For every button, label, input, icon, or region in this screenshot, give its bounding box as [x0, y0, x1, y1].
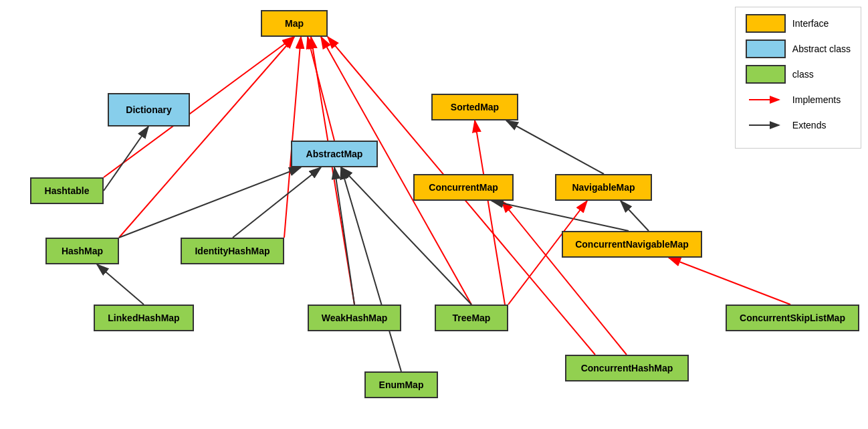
- svg-line-4: [284, 37, 301, 238]
- svg-line-17: [492, 201, 629, 231]
- legend-implements-arrow: [746, 90, 786, 109]
- legend-implements-label: Implements: [792, 94, 841, 105]
- legend-abstract-box: [746, 39, 786, 58]
- legend: Interface Abstract class class I: [735, 7, 861, 149]
- legend-interface-box: [746, 14, 786, 33]
- node-concurrent-map: ConcurrentMap: [413, 174, 514, 201]
- svg-line-10: [104, 126, 148, 191]
- svg-line-6: [311, 37, 354, 305]
- svg-line-11: [97, 264, 144, 305]
- legend-implements: Implements: [746, 90, 851, 109]
- svg-line-18: [621, 201, 649, 231]
- svg-line-13: [233, 167, 321, 238]
- node-concurrent-navigable-map: ConcurrentNavigableMap: [562, 231, 702, 258]
- legend-abstract-label: Abstract class: [792, 44, 851, 54]
- node-linked-hash-map: LinkedHashMap: [94, 305, 194, 331]
- svg-line-22: [341, 167, 401, 371]
- svg-line-7: [321, 37, 471, 305]
- legend-class: class: [746, 65, 851, 84]
- svg-line-14: [334, 167, 354, 305]
- legend-class-box: [746, 65, 786, 84]
- legend-interface: Interface: [746, 14, 851, 33]
- node-identity-hash-map: IdentityHashMap: [181, 238, 284, 264]
- node-map: Map: [261, 10, 328, 37]
- legend-class-label: class: [792, 69, 814, 80]
- node-enum-map: EnumMap: [364, 371, 438, 398]
- node-tree-map: TreeMap: [435, 305, 508, 331]
- svg-line-9: [669, 258, 790, 305]
- legend-extends-arrow: [746, 116, 786, 135]
- node-concurrent-skip-list-map: ConcurrentSkipListMap: [726, 305, 859, 331]
- node-sorted-map: SortedMap: [431, 94, 518, 120]
- node-weak-hash-map: WeakHashMap: [308, 305, 401, 331]
- legend-abstract: Abstract class: [746, 39, 851, 58]
- legend-extends: Extends: [746, 116, 851, 135]
- node-dictionary: Dictionary: [108, 93, 190, 126]
- node-concurrent-hash-map: ConcurrentHashMap: [565, 355, 689, 381]
- node-abstract-map: AbstractMap: [291, 141, 378, 167]
- legend-extends-label: Extends: [792, 120, 827, 131]
- svg-line-8: [502, 201, 627, 355]
- node-navigable-map: NavigableMap: [555, 174, 652, 201]
- node-hash-map: HashMap: [45, 238, 119, 264]
- svg-line-5: [308, 37, 334, 141]
- svg-line-16: [506, 120, 604, 174]
- node-hashtable: Hashtable: [30, 177, 104, 204]
- legend-interface-label: Interface: [792, 18, 829, 29]
- diagram-container: Map SortedMap Dictionary AbstractMap Con…: [0, 0, 868, 429]
- svg-line-3: [119, 37, 294, 238]
- svg-line-19: [475, 120, 505, 305]
- svg-line-12: [119, 167, 301, 238]
